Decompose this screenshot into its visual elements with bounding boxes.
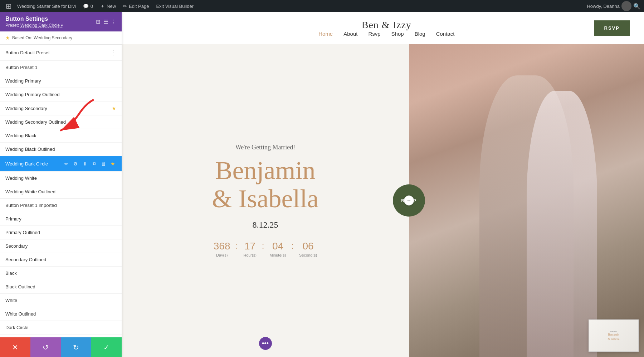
- bottom-toolbar: ✕ ↺ ↻ ✓: [0, 337, 122, 357]
- wp-logo[interactable]: ⊞: [4, 1, 14, 11]
- hours-number: 17: [243, 241, 257, 252]
- plus-icon: ＋: [100, 3, 105, 9]
- site-name-bar[interactable]: Wedding Starter Site for Divi: [14, 0, 79, 12]
- preset-item-label: Black: [5, 271, 17, 276]
- preset-item[interactable]: Black Outlined: [0, 280, 122, 294]
- preset-item[interactable]: Button Default Preset ⋮: [0, 45, 122, 61]
- preset-item-label: White Outlined: [5, 311, 36, 317]
- preset-item-label: Wedding White: [5, 175, 37, 181]
- countdown-sep2: :: [262, 241, 264, 257]
- seconds-label: Second(s): [299, 253, 317, 257]
- nav-shop[interactable]: Shop: [391, 31, 404, 37]
- avatar: [621, 1, 631, 11]
- preset-item-label: Black Outlined: [5, 284, 35, 289]
- star-icon[interactable]: ★: [112, 105, 116, 111]
- hero-name1: Benjamin: [212, 157, 319, 185]
- panel-duplicate-icon[interactable]: ⊞: [96, 19, 101, 25]
- comments-bar[interactable]: 💬 0: [79, 0, 97, 12]
- countdown-days: 368 Day(s): [214, 241, 230, 257]
- preset-item-label: Primary: [5, 216, 21, 222]
- edit-icon[interactable]: ✏: [63, 160, 70, 167]
- countdown: 368 Day(s) : 17 Hour(s) : 04 Minute(s) :: [214, 241, 317, 257]
- resize-handle[interactable]: ↔: [404, 195, 414, 205]
- hero-date: 8.12.25: [253, 220, 278, 230]
- preset-info-star: ★: [5, 35, 10, 41]
- admin-bar-right: Howdy, Deanna 🔍: [587, 1, 640, 11]
- copy-icon[interactable]: ⧉: [91, 160, 98, 167]
- preset-item[interactable]: Wedding White: [0, 172, 122, 185]
- nav-rsvp[interactable]: Rsvp: [368, 31, 380, 37]
- preset-item[interactable]: Wedding Primary Outlined: [0, 88, 122, 101]
- delete-icon[interactable]: 🗑: [100, 160, 107, 167]
- preset-item[interactable]: Wedding Secondary Outlined: [0, 115, 122, 129]
- site-nav: Home About Rsvp Shop Blog Contact: [318, 31, 454, 37]
- preset-item[interactable]: Wedding Secondary ★: [0, 101, 122, 115]
- edit-page-bar[interactable]: ✏ Edit Page: [119, 0, 152, 12]
- panel-title: Button Settings: [5, 16, 63, 22]
- search-icon[interactable]: 🔍: [633, 3, 640, 10]
- preset-name[interactable]: Wedding Dark Circle ▾: [20, 23, 63, 28]
- preset-item-label: Secondary: [5, 243, 28, 249]
- preset-item[interactable]: Primary Outlined: [0, 226, 122, 239]
- comments-count: 0: [91, 4, 93, 9]
- hero-name2: & Isabella: [212, 185, 319, 213]
- preset-item-label: Wedding Primary: [5, 78, 41, 84]
- hours-label: Hour(s): [243, 253, 257, 257]
- panel-header: Button Settings Preset: Wedding Dark Cir…: [0, 12, 122, 31]
- cancel-button[interactable]: ✕: [0, 337, 30, 357]
- howdy-label: Howdy, Deanna: [587, 4, 620, 9]
- exit-visual-builder-bar[interactable]: Exit Visual Builder: [152, 0, 197, 12]
- preset-item[interactable]: Wedding Dark Circle ✏ ⚙ ⬆ ⧉ 🗑 ★: [0, 156, 122, 172]
- thumbnail-inner: Benjamin Benjamin& Isabella: [589, 320, 638, 351]
- nav-contact[interactable]: Contact: [436, 31, 455, 37]
- settings-icon[interactable]: ⚙: [72, 160, 79, 167]
- preset-item-label: White: [5, 298, 17, 303]
- preset-item[interactable]: Secondary: [0, 239, 122, 253]
- preset-item[interactable]: White Outlined: [0, 307, 122, 321]
- nav-about[interactable]: About: [343, 31, 357, 37]
- hero-right: Benjamin Benjamin& Isabella: [409, 44, 644, 357]
- header-rsvp-button[interactable]: RSVP: [594, 20, 630, 36]
- preset-item[interactable]: Button Preset 1: [0, 61, 122, 74]
- more-dots-icon[interactable]: ⋮: [110, 49, 116, 56]
- preset-item[interactable]: Dark Circle: [0, 321, 122, 334]
- upload-icon[interactable]: ⬆: [81, 160, 88, 167]
- preset-item[interactable]: Wedding Primary: [0, 74, 122, 88]
- preset-item[interactable]: Black: [0, 267, 122, 280]
- preset-item[interactable]: White: [0, 294, 122, 307]
- preset-item-actions: ✏ ⚙ ⬆ ⧉ 🗑 ★: [63, 160, 116, 167]
- preset-item-label: Wedding Primary Outlined: [5, 92, 60, 97]
- countdown-sep1: :: [236, 241, 238, 257]
- pencil-icon: ✏: [123, 4, 127, 9]
- new-bar[interactable]: ＋ New: [97, 0, 119, 12]
- preset-item-label: Dark Circle: [5, 325, 28, 330]
- exit-label: Exit Visual Builder: [156, 4, 194, 9]
- preset-item[interactable]: Wedding Black: [0, 129, 122, 143]
- nav-home[interactable]: Home: [318, 31, 333, 37]
- left-panel: Button Settings Preset: Wedding Dark Cir…: [0, 12, 122, 357]
- preset-item[interactable]: Primary: [0, 212, 122, 226]
- panel-more-icon[interactable]: ⋮: [111, 19, 116, 25]
- redo-icon: ↻: [73, 343, 79, 352]
- site-name-label: Wedding Starter Site for Divi: [17, 4, 76, 9]
- page-wrapper: Button Settings Preset: Wedding Dark Cir…: [0, 0, 644, 357]
- preset-item[interactable]: Button Preset 1 imported: [0, 199, 122, 212]
- more-dots-icon: •••: [262, 340, 269, 347]
- star-icon[interactable]: ★: [109, 160, 116, 167]
- preset-item[interactable]: Wedding White Outlined: [0, 185, 122, 199]
- more-options-button[interactable]: •••: [259, 337, 272, 350]
- admin-bar: ⊞ Wedding Starter Site for Divi 💬 0 ＋ Ne…: [0, 0, 644, 12]
- redo-button[interactable]: ↻: [61, 337, 91, 357]
- preset-item[interactable]: Secondary Outlined: [0, 253, 122, 267]
- preset-item[interactable]: Wedding Black Outlined: [0, 143, 122, 156]
- undo-button[interactable]: ↺: [30, 337, 61, 357]
- countdown-hours: 17 Hour(s): [243, 241, 257, 257]
- nav-blog[interactable]: Blog: [415, 31, 425, 37]
- new-label: New: [107, 4, 116, 9]
- panel-grid-icon[interactable]: ☰: [103, 19, 108, 25]
- undo-icon: ↺: [43, 343, 49, 352]
- preset-item-label: Button Default Preset: [5, 50, 50, 55]
- resize-icon: ↔: [406, 198, 411, 203]
- preset-item-label: Wedding Secondary: [5, 106, 47, 111]
- save-button[interactable]: ✓: [91, 337, 122, 357]
